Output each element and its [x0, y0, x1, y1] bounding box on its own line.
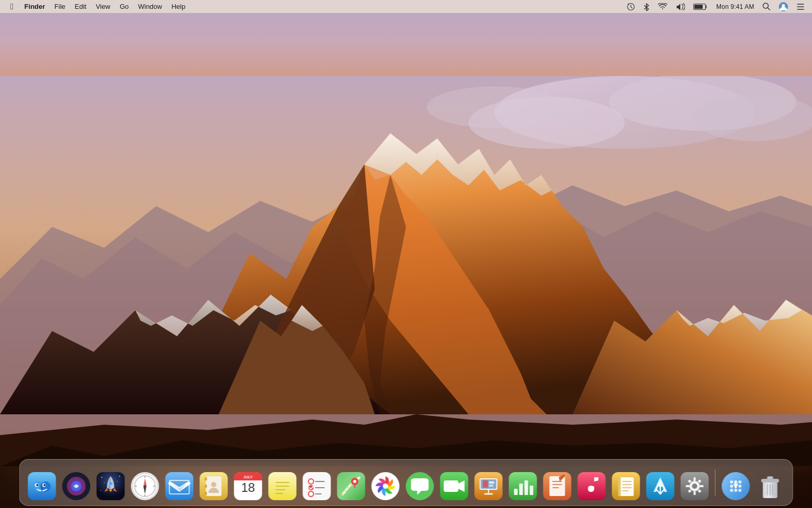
menubar-left:  Finder File Edit View Go Window Help: [4, 0, 624, 13]
svg-point-68: [383, 484, 388, 489]
svg-point-38: [144, 485, 146, 487]
svg-point-27: [117, 481, 118, 482]
dock-facetime[interactable]: [438, 470, 471, 502]
dock-system-preferences[interactable]: [679, 470, 711, 502]
help-menu[interactable]: Help: [167, 0, 190, 13]
svg-point-4: [692, 94, 812, 141]
dock-siri[interactable]: [60, 470, 93, 502]
dock-separator: [715, 469, 716, 496]
apple-menu[interactable]: : [4, 0, 20, 13]
dock-ibooks[interactable]: [610, 470, 642, 502]
dock-keynote[interactable]: [473, 470, 505, 502]
menubar-right: Mon 9:41 AM: [624, 0, 808, 13]
svg-rect-8: [694, 5, 703, 9]
window-menu[interactable]: Window: [133, 0, 167, 13]
dock-notes[interactable]: [267, 470, 299, 502]
dock-calendar[interactable]: JULY 18: [232, 470, 264, 502]
svg-point-24: [102, 477, 103, 478]
svg-rect-127: [768, 477, 772, 479]
dock-trash[interactable]: [754, 470, 786, 502]
svg-rect-106: [686, 485, 690, 487]
dock-finder[interactable]: [26, 470, 58, 502]
file-menu[interactable]: File: [50, 0, 70, 13]
svg-rect-82: [519, 484, 523, 495]
mountain-wallpaper: [0, 76, 812, 466]
dock: JULY 18: [19, 459, 793, 506]
dock-itunes[interactable]: [576, 470, 608, 502]
svg-point-26: [104, 482, 105, 483]
svg-rect-107: [700, 485, 704, 487]
svg-point-119: [734, 489, 738, 492]
user-icon[interactable]: [776, 0, 791, 13]
svg-point-113: [730, 480, 733, 484]
finder-menu[interactable]: Finder: [20, 0, 50, 13]
svg-rect-75: [483, 480, 488, 488]
svg-point-28: [100, 490, 102, 491]
svg-rect-44: [205, 485, 207, 488]
svg-rect-77: [489, 485, 493, 487]
volume-icon[interactable]: [673, 0, 688, 13]
svg-rect-57: [303, 472, 331, 500]
dock-messages[interactable]: [404, 470, 436, 502]
bluetooth-icon[interactable]: [640, 0, 653, 13]
svg-point-118: [730, 489, 733, 492]
dock-downloads[interactable]: [720, 470, 752, 502]
svg-point-115: [739, 480, 742, 484]
menubar:  Finder File Edit View Go Window Help: [0, 0, 812, 13]
dock-mail[interactable]: [163, 470, 196, 502]
wifi-icon[interactable]: [655, 0, 670, 13]
dock-reminders[interactable]: [301, 470, 333, 502]
svg-rect-105: [694, 491, 696, 495]
svg-point-25: [119, 476, 120, 477]
spotlight-search-icon[interactable]: [759, 0, 773, 13]
svg-point-46: [211, 482, 217, 487]
battery-icon[interactable]: [690, 0, 711, 13]
go-menu[interactable]: Go: [115, 0, 133, 13]
notification-center-icon[interactable]: [793, 0, 808, 13]
edit-menu[interactable]: Edit: [70, 0, 91, 13]
svg-rect-93: [618, 477, 621, 496]
dock-appstore[interactable]: [644, 470, 677, 502]
svg-rect-45: [205, 492, 207, 495]
svg-rect-104: [694, 477, 696, 481]
svg-rect-76: [489, 481, 494, 484]
svg-point-5: [427, 86, 562, 128]
clock-display[interactable]: Mon 9:41 AM: [713, 0, 757, 13]
dock-launchpad[interactable]: [95, 470, 127, 502]
time-machine-icon[interactable]: [624, 0, 638, 13]
svg-text:18: 18: [241, 480, 255, 494]
svg-point-103: [692, 484, 697, 489]
svg-rect-84: [530, 486, 534, 495]
svg-text:JULY: JULY: [244, 475, 253, 479]
svg-point-66: [353, 480, 357, 483]
dock-safari[interactable]: [129, 470, 161, 502]
svg-point-30: [109, 482, 112, 485]
svg-point-120: [739, 489, 742, 492]
dock-pages[interactable]: [541, 470, 574, 502]
svg-point-17: [36, 484, 39, 486]
svg-rect-43: [205, 477, 207, 480]
svg-point-18: [44, 484, 46, 486]
view-menu[interactable]: View: [91, 0, 115, 13]
dock-maps[interactable]: [335, 470, 367, 502]
dock-contacts[interactable]: [198, 470, 230, 502]
svg-rect-86: [550, 476, 565, 496]
svg-point-116: [730, 485, 733, 488]
desktop:  Finder File Edit View Go Window Help: [0, 0, 812, 508]
svg-rect-71: [444, 480, 459, 492]
svg-rect-83: [525, 480, 528, 495]
svg-point-117: [739, 485, 742, 488]
dock-numbers[interactable]: [507, 470, 539, 502]
svg-rect-64: [337, 472, 365, 500]
svg-rect-81: [514, 489, 518, 495]
dock-photos[interactable]: [370, 470, 402, 502]
